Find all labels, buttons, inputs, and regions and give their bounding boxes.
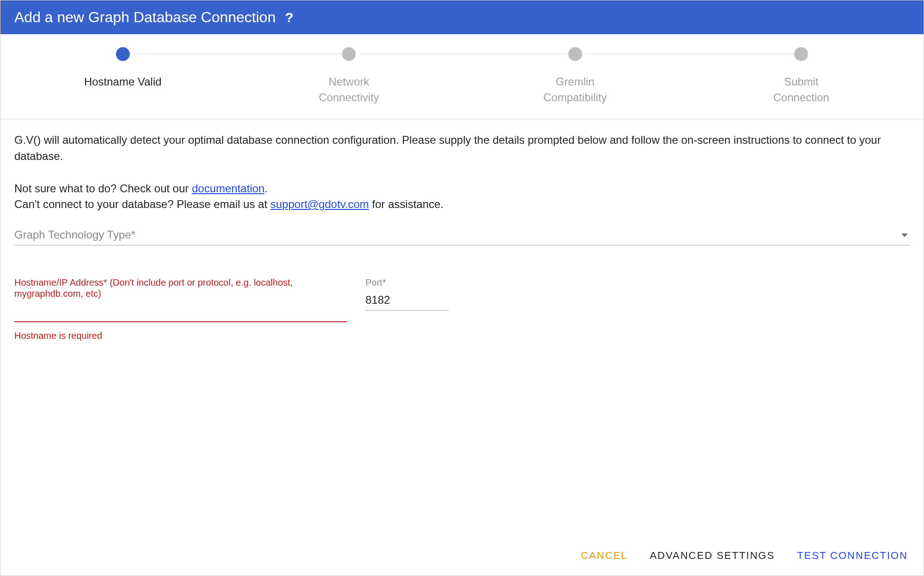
graph-technology-type-field: Graph Technology Type* <box>14 226 910 245</box>
port-label: Port* <box>365 277 449 288</box>
stepper: Hostname Valid Network Connectivity Grem… <box>0 34 924 119</box>
step-connector <box>134 54 349 54</box>
step-circle-icon <box>342 47 356 61</box>
step-submit-connection: Submit Connection <box>688 47 915 105</box>
step-label: Network Connectivity <box>319 74 379 105</box>
intro-line2-prefix: Not sure what to do? Check out our <box>14 182 192 195</box>
hostname-input[interactable] <box>14 302 347 322</box>
dialog-body: G.V() will automatically detect your opt… <box>0 119 924 538</box>
hostname-field-wrap: Hostname/IP Address* (Don't include port… <box>14 269 347 341</box>
hostname-error: Hostname is required <box>14 331 347 341</box>
step-gremlin-compatibility: Gremlin Compatibility <box>462 47 688 105</box>
select-placeholder: Graph Technology Type* <box>14 228 135 241</box>
support-email-link[interactable]: support@gdotv.com <box>270 198 369 210</box>
intro-line2-suffix: . <box>265 182 268 195</box>
step-hostname-valid: Hostname Valid <box>10 47 236 90</box>
connection-dialog: Add a new Graph Database Connection ? Ho… <box>0 0 924 576</box>
hostname-port-row: Hostname/IP Address* (Don't include port… <box>14 269 910 341</box>
intro-line2: Not sure what to do? Check out our docum… <box>14 181 910 197</box>
intro-line3-suffix: for assistance. <box>369 198 444 210</box>
step-label: Submit Connection <box>773 74 829 105</box>
advanced-settings-button[interactable]: ADVANCED SETTINGS <box>648 547 777 564</box>
test-connection-button[interactable]: TEST CONNECTION <box>795 547 910 564</box>
intro-line3-prefix: Can't connect to your database? Please e… <box>14 198 270 210</box>
dialog-footer: CANCEL ADVANCED SETTINGS TEST CONNECTION <box>0 538 924 576</box>
intro-text: G.V() will automatically detect your opt… <box>14 132 910 213</box>
help-icon[interactable]: ? <box>285 10 293 25</box>
dialog-title: Add a new Graph Database Connection <box>14 9 276 26</box>
port-input[interactable] <box>365 291 449 311</box>
chevron-down-icon <box>901 233 908 237</box>
port-field-wrap: Port* <box>365 269 449 311</box>
graph-technology-type-select[interactable]: Graph Technology Type* <box>14 226 910 245</box>
step-connector <box>360 54 575 54</box>
documentation-link[interactable]: documentation <box>192 182 264 195</box>
cancel-button[interactable]: CANCEL <box>579 547 629 564</box>
hostname-label: Hostname/IP Address* (Don't include port… <box>14 277 347 299</box>
step-circle-icon <box>794 47 808 61</box>
intro-line3: Can't connect to your database? Please e… <box>14 196 910 213</box>
intro-line1: G.V() will automatically detect your opt… <box>14 132 910 165</box>
dialog-header: Add a new Graph Database Connection ? <box>0 0 924 34</box>
step-circle-icon <box>116 47 130 61</box>
step-label: Hostname Valid <box>84 74 162 90</box>
step-circle-icon <box>568 47 582 61</box>
step-connector <box>586 54 802 54</box>
step-label: Gremlin Compatibility <box>543 74 607 105</box>
step-network-connectivity: Network Connectivity <box>236 47 462 105</box>
